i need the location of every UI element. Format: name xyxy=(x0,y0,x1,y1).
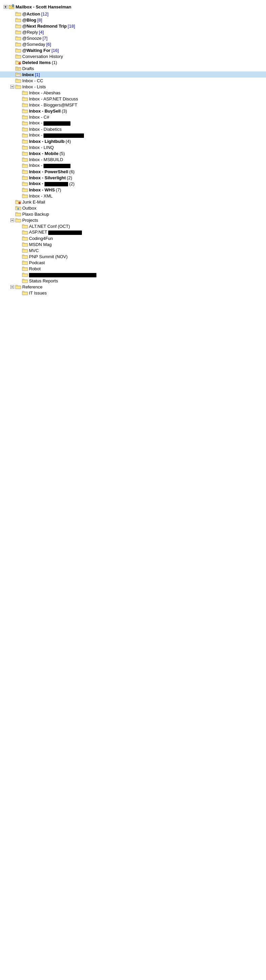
tree-item-inbox-redacted1[interactable]: Inbox - xyxy=(0,120,266,126)
tree-item-conv-history[interactable]: Conversation History xyxy=(0,53,266,59)
tree-item-blog[interactable]: @Blog [8] xyxy=(0,17,266,23)
expand-icon-inbox-lists[interactable] xyxy=(10,84,15,89)
tree-item-junk[interactable]: Junk E-Mail xyxy=(0,199,266,205)
mailbox-root[interactable]: Mailbox - Scott Hanselman xyxy=(0,3,266,11)
item-label-inbox-mobile: Inbox - Mobile xyxy=(29,151,58,156)
tree-item-inbox-redacted2[interactable]: Inbox - xyxy=(0,132,266,138)
expand-icon-inbox-csharp xyxy=(16,114,22,119)
folder-icon-mvc xyxy=(22,248,28,253)
tree-item-inbox-linq[interactable]: Inbox - LINQ xyxy=(0,144,266,150)
expand-icon-inbox-cc xyxy=(10,78,15,83)
folder-icon-inbox-lists xyxy=(15,84,21,89)
item-label-inbox-csharp: Inbox - C# xyxy=(29,115,49,119)
tree-item-action[interactable]: @Action [12] xyxy=(0,11,266,17)
item-label-inbox-abeshas: Inbox - Abeshas xyxy=(29,90,61,95)
expand-icon-status-reports xyxy=(16,278,22,283)
folder-icon-blog xyxy=(15,17,21,22)
expand-icon-it-issues xyxy=(16,290,22,296)
expand-icon-inbox-silverlight xyxy=(16,175,22,180)
item-count-someday: [6] xyxy=(46,42,51,47)
tree-item-inbox-whs[interactable]: Inbox - WHS (7) xyxy=(0,187,266,193)
tree-item-aspnet-proj[interactable]: ASP.NET xyxy=(0,229,266,235)
tree-item-msdnmag[interactable]: MSDN Mag xyxy=(0,241,266,247)
tree-item-it-issues[interactable]: IT Issues xyxy=(0,290,266,296)
item-label-inbox-powershell: Inbox - PowerShell xyxy=(29,169,68,174)
item-label-coding4fun: Coding4Fun xyxy=(29,236,53,241)
tree-item-inbox-msbuild[interactable]: Inbox - MSBUILD xyxy=(0,156,266,162)
item-label-podcast: Podcast xyxy=(29,260,45,265)
item-label-inbox-linq: Inbox - LINQ xyxy=(29,145,54,150)
item-label-inbox-cc: Inbox - CC xyxy=(22,78,43,83)
tree-item-reference[interactable]: Reference xyxy=(0,284,266,290)
expand-icon-root[interactable] xyxy=(3,4,8,10)
tree-item-outbox[interactable]: Outbox xyxy=(0,205,266,211)
tree-item-coding4fun[interactable]: Coding4Fun xyxy=(0,235,266,241)
tree-item-projects[interactable]: Projects xyxy=(0,217,266,223)
expand-icon-inbox-redacted2 xyxy=(16,132,22,138)
tree-item-inbox-abeshas[interactable]: Inbox - Abeshas xyxy=(0,90,266,96)
tree-item-podcast[interactable]: Podcast xyxy=(0,259,266,266)
tree-item-reply[interactable]: @Reply [4] xyxy=(0,29,266,35)
folder-icon-inbox-aspnet xyxy=(22,96,28,102)
item-label-next-redmond: @Next Redmond Trip xyxy=(22,24,67,29)
tree-item-inbox-buysell[interactable]: Inbox - BuySell (3) xyxy=(0,108,266,114)
tree-item-plaxo[interactable]: Plaxo Backup xyxy=(0,211,266,217)
folder-icon-waiting xyxy=(15,48,21,53)
tree-item-status-reports[interactable]: Status Reports xyxy=(0,278,266,284)
folder-icon-coding4fun xyxy=(22,235,28,241)
tree-item-altnet[interactable]: ALT.NET Conf (OCT) xyxy=(0,223,266,229)
folder-icon-pnp xyxy=(22,254,28,259)
tree-item-someday[interactable]: @Someday [6] xyxy=(0,41,266,47)
item-label-inbox-aspnet: Inbox - ASP.NET Discuss xyxy=(29,96,78,102)
tree-item-inbox-diabetics[interactable]: Inbox - Diabetics xyxy=(0,126,266,132)
tree-item-inbox[interactable]: Inbox [1] xyxy=(0,72,266,78)
tree-item-inbox-aspnet[interactable]: Inbox - ASP.NET Discuss xyxy=(0,96,266,102)
expand-icon-inbox-whs xyxy=(16,187,22,192)
folder-icon-inbox xyxy=(15,72,21,77)
expand-icon-waiting xyxy=(10,48,15,53)
expand-icon-coding4fun xyxy=(16,235,22,241)
tree-item-pnp[interactable]: PNP Summit (NOV) xyxy=(0,253,266,259)
tree-item-inbox-cc[interactable]: Inbox - CC xyxy=(0,78,266,84)
tree-item-robot[interactable]: Robot xyxy=(0,266,266,272)
tree-item-inbox-lists[interactable]: Inbox - Lists xyxy=(0,84,266,90)
folder-icon-robot xyxy=(22,266,28,271)
tree-item-inbox-redacted4[interactable]: Inbox - (2) xyxy=(0,181,266,187)
tree-item-inbox-bloggers[interactable]: Inbox - Bloggers@MSFT xyxy=(0,102,266,108)
item-label-status-reports: Status Reports xyxy=(29,278,58,283)
item-label-msdnmag: MSDN Mag xyxy=(29,242,52,247)
expand-icon-reference[interactable] xyxy=(10,284,15,290)
expand-icon-action xyxy=(10,11,15,16)
item-count-reply: [4] xyxy=(39,30,43,35)
folder-icon-msdnmag xyxy=(22,242,28,247)
tree-item-waiting[interactable]: @Waiting For [16] xyxy=(0,47,266,53)
item-label-deleted: Deleted Items xyxy=(22,60,51,65)
folder-icon-inbox-redacted3 xyxy=(22,163,28,168)
tree-item-proj-redacted[interactable] xyxy=(0,272,266,278)
folder-icon-reference xyxy=(15,284,21,290)
tree-item-inbox-powershell[interactable]: Inbox - PowerShell (6) xyxy=(0,169,266,175)
folder-icon-inbox-diabetics xyxy=(22,126,28,132)
expand-icon-outbox xyxy=(10,205,15,211)
item-label-inbox-redacted2: Inbox - xyxy=(29,132,84,137)
tree-item-mvc[interactable]: MVC xyxy=(0,247,266,253)
tree-item-next-redmond[interactable]: @Next Redmond Trip [18] xyxy=(0,23,266,29)
item-label-mvc: MVC xyxy=(29,248,39,253)
item-count-next-redmond: [18] xyxy=(68,24,75,29)
expand-icon-projects[interactable] xyxy=(10,217,15,223)
tree-item-inbox-xml[interactable]: Inbox - XML xyxy=(0,193,266,199)
tree-item-inbox-mobile[interactable]: Inbox - Mobile (5) xyxy=(0,150,266,156)
tree-item-inbox-csharp[interactable]: Inbox - C# xyxy=(0,114,266,120)
tree-item-inbox-silverlight[interactable]: Inbox - Silverlight (2) xyxy=(0,175,266,181)
folder-icon-inbox-redacted2 xyxy=(22,132,28,138)
expand-icon-next-redmond xyxy=(10,23,15,29)
tree-item-inbox-lightbulb[interactable]: Inbox - Lightbulb (4) xyxy=(0,138,266,144)
expand-icon-deleted xyxy=(10,60,15,65)
tree-item-drafts[interactable]: Drafts xyxy=(0,65,266,72)
tree-item-snooze[interactable]: @Snooze [7] xyxy=(0,35,266,41)
folder-icon-conv-history xyxy=(15,54,21,59)
item-count-inbox-powershell: (6) xyxy=(69,169,75,174)
tree-item-inbox-redacted3[interactable]: Inbox - xyxy=(0,162,266,169)
folder-icon-altnet xyxy=(22,223,28,229)
tree-item-deleted[interactable]: Deleted Items (1) xyxy=(0,59,266,65)
